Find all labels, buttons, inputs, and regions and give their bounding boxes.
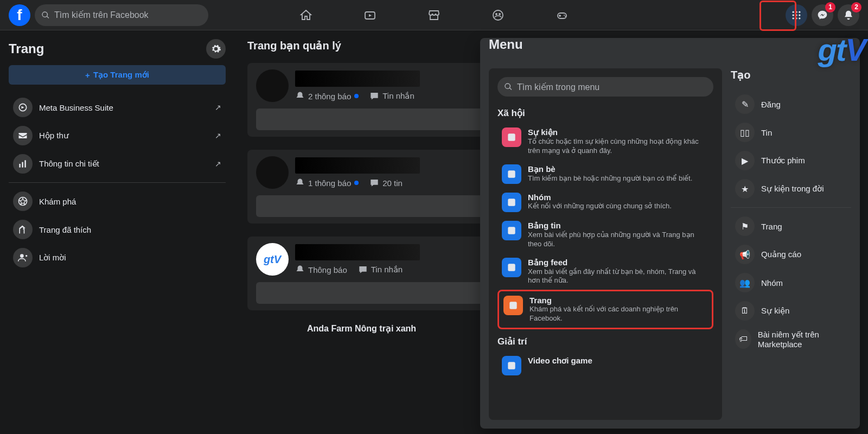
sidebar-item-icon: [13, 220, 33, 239]
create-item-4[interactable]: ⚑Trang: [731, 212, 851, 240]
svg-point-6: [565, 16, 566, 17]
create-item-6[interactable]: 👥Nhóm: [731, 269, 851, 297]
create-item-icon: 📢: [735, 245, 755, 264]
nav-home[interactable]: [276, 2, 336, 28]
menu-item-title: Bạn bè: [528, 164, 692, 174]
sidebar-item-label: Thông tin chi tiết: [39, 159, 208, 169]
settings-button[interactable]: [206, 39, 226, 59]
sidebar-item-2[interactable]: Thông tin chi tiết↗: [9, 150, 226, 178]
sidebar-item-1[interactable]: Hộp thư↗: [9, 122, 226, 150]
menu-item-Nhóm[interactable]: NhómKết nối với những người cùng chung s…: [497, 188, 713, 216]
menu-item-Sự kiện[interactable]: Sự kiệnTổ chức hoặc tìm sự kiện cùng nhữ…: [497, 123, 713, 160]
svg-point-15: [799, 17, 800, 19]
menu-item-desc: Khám phá và kết nối với các doanh nghiệp…: [529, 305, 707, 323]
nav-center: [276, 2, 592, 28]
svg-rect-19: [24, 160, 26, 167]
sidebar-item-icon: [13, 192, 33, 211]
messages-link[interactable]: Tin nhắn: [358, 265, 403, 275]
menu-item-Trang[interactable]: TrangKhám phá và kết nối với các doanh n…: [497, 290, 713, 329]
create-item-icon: 🏷: [735, 329, 751, 349]
messenger-badge: 1: [825, 2, 835, 12]
sidebar-item-label: Meta Business Suite: [39, 103, 208, 112]
create-item-icon: ✎: [735, 94, 755, 114]
sidebar-item-icon: [13, 98, 33, 117]
sidebar-item-5[interactable]: Lời mời: [9, 244, 226, 272]
gear-icon: [210, 43, 221, 54]
menu-item-Bảng feed[interactable]: Bảng feedXem bài viết gần đây nhất từ bạ…: [497, 253, 713, 290]
notifications-link[interactable]: 1 thông báo: [295, 178, 359, 188]
create-item-0[interactable]: ✎Đăng: [731, 90, 851, 118]
create-item-8[interactable]: 🏷Bài niêm yết trên Marketplace: [731, 325, 851, 353]
create-item-icon: ⚑: [735, 216, 755, 236]
create-item-label: Đăng: [761, 100, 781, 109]
create-page-button[interactable]: + Tạo Trang mới: [9, 65, 226, 85]
menu-item-Bảng tin[interactable]: Bảng tinXem bài viết phù hợp của những n…: [497, 216, 713, 253]
nav-marketplace[interactable]: [404, 2, 464, 28]
nav-gaming[interactable]: [532, 2, 592, 28]
svg-point-21: [20, 254, 24, 258]
create-item-icon: 👥: [735, 273, 755, 292]
section-social: Xã hội: [497, 107, 713, 119]
menu-grid-button[interactable]: [786, 4, 807, 26]
facebook-logo[interactable]: f: [9, 4, 30, 26]
sidebar-item-0[interactable]: Meta Business Suite↗: [9, 93, 226, 122]
svg-point-10: [793, 14, 794, 16]
menu-item-title: Trang: [529, 296, 707, 305]
page-title: Trang: [9, 41, 206, 56]
create-item-1[interactable]: ▯▯Tin: [731, 118, 851, 146]
svg-point-2: [495, 13, 497, 15]
bell-icon: [295, 178, 305, 188]
svg-point-9: [799, 11, 800, 12]
menu-item-desc: Kết nối với những người cùng chung sở th…: [528, 202, 672, 211]
svg-rect-28: [508, 227, 515, 234]
unread-dot: [354, 181, 359, 185]
page-name-redacted: [295, 244, 420, 260]
create-item-5[interactable]: 📢Quảng cáo: [731, 240, 851, 269]
search-icon: [41, 11, 50, 20]
create-item-7[interactable]: 🗓Sự kiện: [731, 297, 851, 325]
svg-point-8: [795, 11, 797, 12]
create-item-icon: ▯▯: [735, 123, 755, 142]
top-right: 1 2: [786, 4, 859, 26]
menu-search-placeholder: Tìm kiếm trong menu: [517, 82, 599, 92]
create-title: Tạo: [731, 68, 851, 81]
notifications-link[interactable]: Thông báo: [295, 265, 347, 275]
messenger-button[interactable]: 1: [812, 4, 833, 26]
create-item-3[interactable]: ★Sự kiện trong đời: [731, 175, 851, 203]
chat-icon: [369, 91, 379, 101]
menu-item-icon: [502, 221, 521, 240]
create-item-2[interactable]: ▶Thước phim: [731, 146, 851, 175]
sidebar-item-label: Lời mời: [39, 253, 221, 263]
unread-dot: [354, 94, 359, 98]
menu-item-icon: [502, 164, 521, 184]
menu-title: Menu: [489, 37, 523, 52]
svg-point-7: [793, 11, 794, 12]
svg-rect-25: [508, 133, 515, 141]
sidebar-item-label: Khám phá: [39, 197, 221, 206]
notifications-button[interactable]: 2: [838, 4, 859, 26]
search-placeholder: Tìm kiếm trên Facebook: [54, 10, 149, 20]
page-avatar: [256, 69, 289, 102]
bell-icon: [295, 91, 305, 101]
bell-icon: [295, 265, 305, 275]
search-input[interactable]: Tìm kiếm trên Facebook: [35, 4, 208, 26]
menu-item-icon: [502, 193, 521, 212]
menu-search-input[interactable]: Tìm kiếm trong menu: [497, 77, 713, 97]
create-page-label: Tạo Trang mới: [93, 70, 149, 80]
menu-item-icon: [502, 356, 521, 375]
messages-link[interactable]: 20 tin: [369, 178, 403, 188]
external-link-icon: ↗: [215, 131, 221, 140]
nav-watch[interactable]: [340, 2, 400, 28]
svg-rect-18: [22, 162, 23, 168]
menu-item-icon: [503, 296, 523, 315]
create-item-icon: ▶: [735, 151, 755, 170]
sidebar-item-3[interactable]: Khám phá: [9, 187, 226, 215]
nav-groups[interactable]: [468, 2, 528, 28]
notifications-link[interactable]: 2 thông báo: [295, 91, 359, 101]
create-item-label: Tin: [761, 128, 772, 137]
menu-item-Bạn bè[interactable]: Bạn bèTìm kiếm bạn bè hoặc những người b…: [497, 160, 713, 188]
menu-item-Video chơi game[interactable]: Video chơi game: [497, 352, 713, 380]
messenger-icon: [817, 10, 828, 21]
sidebar-item-4[interactable]: Trang đã thích: [9, 215, 226, 244]
messages-link[interactable]: Tin nhắn: [369, 91, 414, 101]
